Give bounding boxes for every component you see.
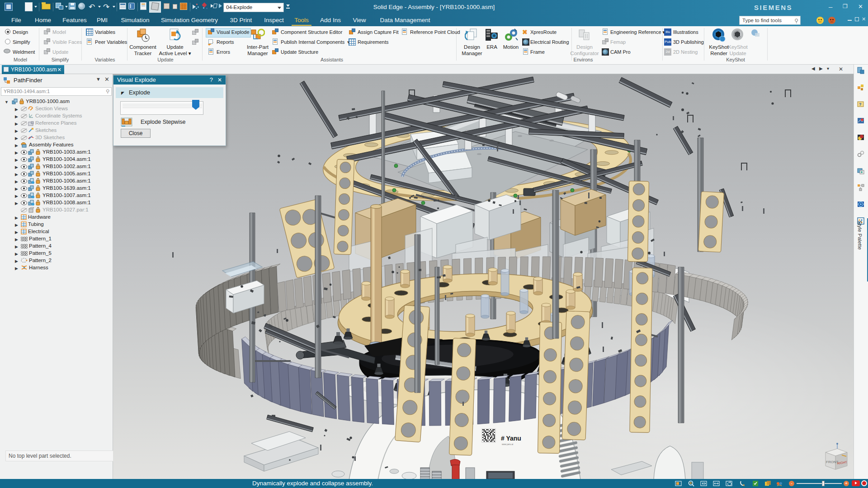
svg-text:www.yanu.ai: www.yanu.ai — [502, 443, 513, 446]
svg-text:# Yanu: # Yanu — [501, 435, 521, 442]
svg-text:?: ? — [859, 102, 862, 107]
svg-text:FRONT: FRONT — [826, 460, 839, 464]
